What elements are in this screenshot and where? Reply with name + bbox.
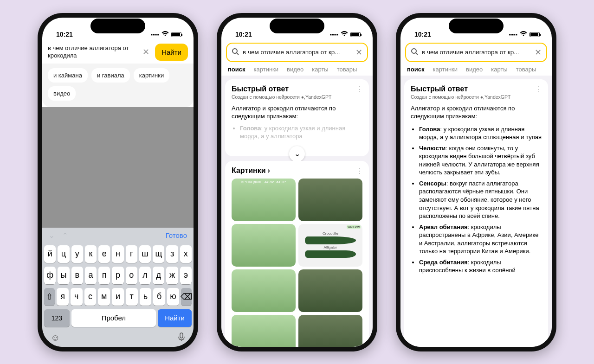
clear-icon[interactable]: ✕ (535, 47, 542, 57)
find-button[interactable]: Найти (155, 44, 188, 61)
key[interactable]: ж (166, 267, 178, 284)
key[interactable]: к (85, 245, 97, 263)
tab-search[interactable]: поиск (228, 66, 245, 73)
key[interactable]: б (153, 288, 165, 306)
key[interactable]: у (71, 245, 83, 263)
key[interactable]: э (180, 267, 192, 284)
key[interactable]: й (44, 245, 56, 263)
key[interactable]: щ (153, 245, 164, 263)
suggestion-chip[interactable]: и каймана (48, 68, 88, 83)
key[interactable]: п (98, 267, 110, 284)
key[interactable]: е (98, 245, 110, 263)
keyboard-done[interactable]: Готово (166, 231, 187, 239)
numeric-key[interactable]: 123 (44, 309, 70, 327)
key[interactable]: ф (44, 267, 56, 284)
backspace-key[interactable]: ⌫ (181, 288, 192, 306)
key[interactable]: ы (58, 267, 69, 284)
tab-search[interactable]: поиск (407, 66, 425, 73)
space-key[interactable]: Пробел (71, 309, 156, 327)
tab-goods[interactable]: товары (516, 66, 536, 73)
results-area[interactable]: ⋮ Быстрый ответ Создан с помощью нейросе… (221, 76, 373, 347)
more-icon[interactable]: ⋮ (356, 166, 363, 175)
key[interactable]: л (139, 267, 151, 284)
empty-area (42, 107, 194, 228)
key[interactable]: д (153, 267, 164, 284)
tab-maps[interactable]: карты (312, 66, 328, 73)
answer-intro: Аллигатор и крокодил отличаются по следу… (232, 104, 362, 121)
quick-answer-title: Быстрый ответ (232, 85, 362, 93)
expand-button[interactable]: ⌄ (289, 146, 305, 162)
key[interactable]: з (166, 245, 178, 263)
key[interactable]: г (126, 245, 137, 263)
key[interactable]: х (180, 245, 192, 263)
images-title[interactable]: Картинки › (232, 166, 362, 175)
shift-key[interactable]: ⇧ (44, 288, 55, 306)
key[interactable]: м (98, 288, 110, 306)
chevron-up-icon[interactable]: ⌃ (62, 231, 68, 240)
status-time: 10:21 (414, 31, 431, 38)
tab-maps[interactable]: карты (491, 66, 507, 73)
image-thumb[interactable] (232, 224, 296, 267)
key[interactable]: ч (71, 288, 83, 306)
mic-icon[interactable] (178, 332, 185, 344)
suggestion-chip[interactable]: и гавиала (91, 68, 130, 83)
image-thumb[interactable] (298, 315, 362, 347)
tab-goods[interactable]: товары (337, 66, 357, 73)
battery-icon (529, 32, 540, 37)
image-thumb[interactable] (232, 315, 296, 347)
key[interactable]: ш (139, 245, 151, 263)
search-query-text: в чем отличие аллигатора от кр... (422, 49, 531, 56)
kb-nav-arrows[interactable]: ⌄ ⌃ (49, 231, 68, 240)
screen-2: 10:21 ▪▪▪▪ в чем отличие аллигатора от к… (221, 18, 373, 347)
status-time: 10:21 (235, 31, 252, 38)
croc-silhouette (305, 236, 356, 244)
key[interactable]: в (71, 267, 83, 284)
clear-icon[interactable]: ✕ (355, 47, 362, 57)
search-input[interactable]: в чем отличие аллигатора от кр... ✕ (226, 43, 368, 62)
quick-answer-subtitle: Создан с помощью нейросети ●,YandexGPT (232, 94, 362, 100)
key[interactable]: ц (58, 245, 69, 263)
key[interactable]: ь (140, 288, 152, 306)
quick-answer-card: ⋮ Быстрый ответ Создан с помощью нейросе… (225, 79, 369, 156)
key[interactable]: а (85, 267, 97, 284)
suggestion-chip[interactable]: картинки (134, 68, 170, 83)
emoji-icon[interactable]: ☺ (51, 332, 60, 344)
keyboard[interactable]: й ц у к е н г ш щ з х ф ы в а п р о л (42, 243, 194, 347)
more-icon[interactable]: ⋮ (356, 85, 363, 94)
key[interactable]: н (112, 245, 123, 263)
answer-bullet: Среда обитания: крокодилы приспособлены … (419, 258, 542, 275)
image-thumb[interactable] (298, 179, 362, 221)
key[interactable]: р (112, 267, 123, 284)
image-thumb[interactable] (232, 269, 296, 312)
notch (270, 19, 324, 33)
key[interactable]: и (112, 288, 124, 306)
image-thumb[interactable]: КРОКОДИЛ АЛЛИГАТОР (232, 179, 296, 221)
more-icon[interactable]: ⋮ (535, 85, 542, 94)
search-input[interactable]: в чем отличие аллигатора от крокодила (48, 45, 137, 59)
search-key[interactable]: Найти (158, 309, 192, 327)
key[interactable]: ю (167, 288, 179, 306)
image-thumb[interactable] (298, 269, 362, 312)
key[interactable]: с (84, 288, 97, 306)
image-thumb[interactable]: wikiHow Crocodile Alligator (298, 224, 362, 267)
screen-1: 10:21 ▪▪▪▪ в чем отличие аллигатора от к… (42, 18, 194, 347)
clear-icon[interactable]: ✕ (141, 47, 151, 57)
tab-images[interactable]: картинки (433, 66, 458, 73)
quick-answer-title: Быстрый ответ (411, 85, 542, 93)
wifi-icon (341, 31, 348, 38)
results-area[interactable]: ⋮ Быстрый ответ Создан с помощью нейросе… (400, 76, 552, 347)
tab-images[interactable]: картинки (254, 66, 279, 73)
signal-icon: ▪▪▪▪ (330, 31, 338, 38)
tab-video[interactable]: видео (466, 66, 483, 73)
key[interactable]: я (57, 288, 69, 306)
key[interactable]: т (126, 288, 138, 306)
search-input[interactable]: в чем отличие аллигатора от кр... ✕ (405, 43, 547, 62)
suggestions-panel: и каймана и гавиала картинки видео (42, 64, 194, 107)
svg-point-1 (232, 49, 237, 53)
tab-video[interactable]: видео (287, 66, 303, 73)
key[interactable]: о (126, 267, 137, 284)
answer-bullet: Голова: у крокодила узкая и длинная морд… (419, 125, 542, 141)
chevron-down-icon[interactable]: ⌄ (49, 231, 55, 240)
phone-mockup-2: 10:21 ▪▪▪▪ в чем отличие аллигатора от к… (217, 13, 377, 351)
suggestion-chip[interactable]: видео (48, 86, 76, 101)
